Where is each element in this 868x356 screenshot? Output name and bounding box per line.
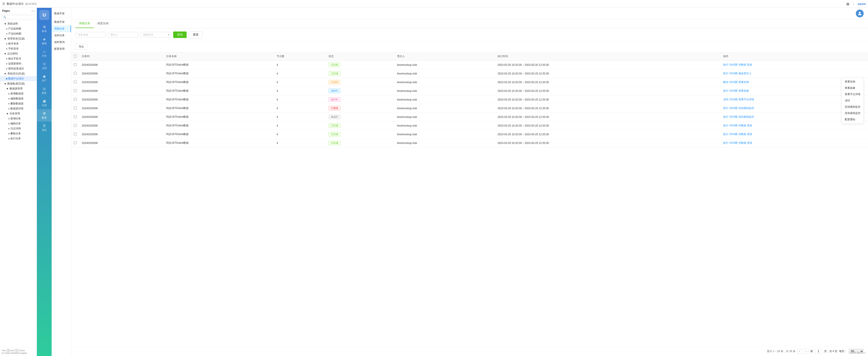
page-number-input[interactable]: [815, 349, 823, 354]
tab-periodic-task[interactable]: 周期任务: [75, 19, 94, 28]
row-checkbox[interactable]: [74, 81, 76, 83]
op-link[interactable]: DAG图: [729, 141, 738, 144]
tree-item-new-pwd[interactable]: 设置新密码: [0, 61, 37, 66]
op-link[interactable]: 补数据: [739, 124, 746, 127]
nav-item-develop[interactable]: ◇ 开发: [37, 47, 52, 60]
op-link[interactable]: 查看实例: [739, 81, 749, 84]
op-link[interactable]: 补数据: [739, 141, 746, 144]
tree-item-verify-phone[interactable]: 验证手机号: [0, 56, 37, 61]
row-checkbox[interactable]: [74, 98, 76, 101]
nav-item-application[interactable]: ▣ 应用: [37, 97, 52, 109]
op-link[interactable]: DAG图: [729, 89, 738, 92]
tree-section-admin-login[interactable]: ▼管理登录(完成): [0, 36, 37, 41]
nav-item-system[interactable]: ☰ 系统: [37, 122, 52, 134]
popup-item-view-lineage[interactable]: 查看血缘: [842, 85, 863, 91]
op-link[interactable]: 执行: [723, 107, 728, 110]
nav-item-service[interactable]: ◎ 服务: [37, 84, 52, 97]
row-checkbox[interactable]: [74, 72, 76, 75]
op-link[interactable]: 解冻: [723, 81, 728, 84]
sub-nav-realtime-task[interactable]: 实时任务: [52, 32, 71, 39]
tree-item-struct[interactable]: 产品结构图: [0, 31, 37, 36]
tree-section-system-desc[interactable]: ▼系统说明: [0, 21, 37, 26]
op-link[interactable]: 查看节点详情: [739, 98, 754, 101]
sub-nav-temp-query[interactable]: 临时查询: [52, 39, 71, 46]
op-link[interactable]: 执行: [723, 141, 728, 144]
row-checkbox[interactable]: [74, 132, 76, 136]
nav-next-btn[interactable]: ›: [33, 9, 34, 12]
op-link[interactable]: DAG图: [729, 98, 738, 101]
tree-item-del-datasource[interactable]: 删除数据源: [0, 101, 37, 106]
op-link[interactable]: DAG图: [729, 124, 738, 127]
tree-item-add-task[interactable]: 新增任务: [0, 116, 37, 121]
tree-section-forgot-pwd[interactable]: ▼忘记密码: [0, 51, 37, 56]
export-button[interactable]: 导出: [75, 43, 87, 50]
op-link[interactable]: DAG图: [729, 81, 738, 84]
row-checkbox[interactable]: [74, 115, 76, 118]
prev-page-btn[interactable]: ‹: [797, 349, 802, 354]
sub-nav-periodic-task[interactable]: 周期任务: [52, 25, 71, 32]
select-all-checkbox[interactable]: [74, 55, 76, 58]
tree-section-sys-demo[interactable]: ▼系统演示(完成): [0, 71, 37, 76]
tree-item-datasource-detail[interactable]: 数据源详情: [0, 106, 37, 111]
tree-item-edit-task[interactable]: 编辑任务: [0, 121, 37, 126]
op-link[interactable]: 添加基线监控: [739, 115, 754, 118]
tree-item-log-detail[interactable]: 日志详情: [0, 126, 37, 131]
op-link[interactable]: 更多: [747, 124, 752, 127]
op-link[interactable]: 执行: [723, 89, 728, 92]
op-link[interactable]: 执行: [723, 132, 728, 136]
op-link[interactable]: 补数据: [739, 63, 746, 66]
query-button[interactable]: 查询: [173, 31, 187, 38]
popup-item-add-rule-monitor[interactable]: 添加规则监控: [842, 104, 863, 110]
grid-icon[interactable]: ▦: [846, 2, 849, 6]
tree-item-pwd-success[interactable]: 密码设置成功: [0, 66, 37, 71]
user-avatar[interactable]: [856, 9, 864, 18]
op-link[interactable]: 更多: [747, 63, 752, 66]
pages-search-input[interactable]: [2, 15, 35, 19]
op-link[interactable]: 更多: [747, 141, 752, 144]
op-link[interactable]: 查看血缘: [739, 89, 749, 92]
row-checkbox[interactable]: [74, 107, 76, 110]
op-link[interactable]: DAG图: [729, 107, 738, 110]
op-link[interactable]: 执行: [723, 115, 728, 118]
tree-section-task-mgmt[interactable]: ▼任务管理: [0, 111, 37, 116]
next-page-btn[interactable]: ›: [804, 349, 809, 354]
nav-item-governance[interactable]: ⊙ 治理: [37, 60, 52, 72]
popup-item-view-node-detail[interactable]: 查看节点详情: [842, 91, 863, 97]
tab-schedule-instance[interactable]: 调度实例: [94, 19, 112, 28]
nav-item-modeling[interactable]: ◈ 建模: [37, 35, 52, 47]
op-link[interactable]: DAG图: [729, 132, 738, 136]
popup-item-view-instance[interactable]: 查看实例: [842, 79, 863, 85]
op-link[interactable]: 添加规则监控: [739, 107, 754, 110]
row-checkbox[interactable]: [74, 89, 76, 92]
tree-item-del-task[interactable]: 删除任务: [0, 131, 37, 136]
row-checkbox[interactable]: [74, 63, 76, 66]
tree-section-data-integration[interactable]: ▼数据集成(完成): [0, 81, 37, 86]
row-checkbox[interactable]: [74, 124, 76, 127]
status-select[interactable]: 选择状态 已完成 已冻结 冻结中 运行中 已报错 未运行: [141, 32, 171, 37]
more-icon[interactable]: ⋮: [852, 2, 855, 6]
tree-item-account-login[interactable]: 账号登录: [0, 41, 37, 46]
tree-section-datasource-mgmt[interactable]: ▼数据源管理: [0, 86, 37, 91]
assignee-input[interactable]: [108, 32, 138, 37]
op-link[interactable]: 执行: [723, 63, 728, 66]
op-link[interactable]: 冻结: [723, 98, 728, 101]
op-link[interactable]: DAG图: [729, 72, 738, 75]
nav-item-integration[interactable]: ⊞ 集成: [37, 23, 52, 35]
tree-item-add-datasource[interactable]: 新增数据源: [0, 91, 37, 96]
reset-button[interactable]: 重置: [189, 31, 203, 38]
tree-item-arch[interactable]: 产品架构图: [0, 26, 37, 31]
nav-prev-btn[interactable]: ‹: [32, 9, 33, 12]
popup-item-add-baseline-monitor[interactable]: 添加基线监控: [842, 110, 863, 116]
popup-item-freeze[interactable]: 冻结: [842, 97, 863, 104]
task-name-input[interactable]: [75, 32, 106, 37]
op-link[interactable]: 执行: [723, 124, 728, 127]
menu-icon[interactable]: ☰: [2, 2, 5, 6]
op-link[interactable]: 补数据: [739, 132, 746, 136]
popup-item-config-notice[interactable]: 配置通知: [842, 116, 863, 123]
nav-item-config[interactable]: ⚙ 配置: [37, 109, 52, 122]
op-link[interactable]: 执行: [723, 72, 728, 75]
op-link[interactable]: 修改责任人: [739, 72, 751, 75]
op-link[interactable]: DAG图: [729, 115, 738, 118]
sub-nav-data-develop[interactable]: 数据开发: [52, 19, 71, 25]
tree-item-data-platform[interactable]: 数据中台演示: [0, 76, 37, 81]
